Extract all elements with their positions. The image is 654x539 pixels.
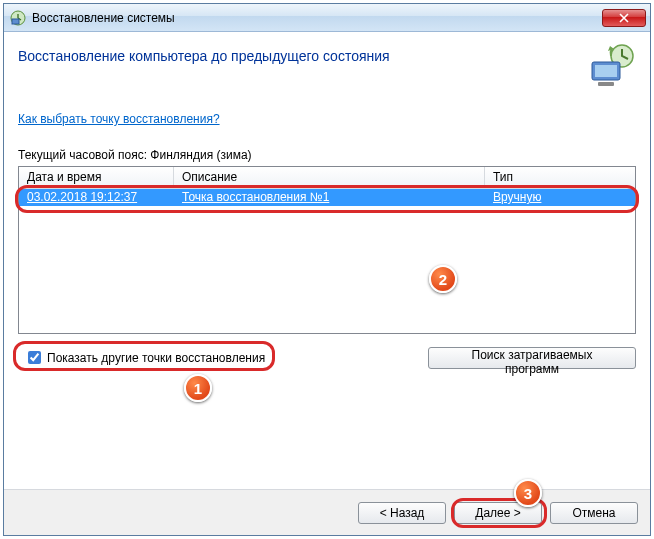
col-header-desc[interactable]: Описание xyxy=(174,167,485,188)
cancel-button[interactable]: Отмена xyxy=(550,502,638,524)
timezone-label: Текущий часовой пояс: Финляндия (зима) xyxy=(18,148,636,162)
help-link-row: Как выбрать точку восстановления? xyxy=(18,112,636,126)
cell-desc: Точка восстановления №1 xyxy=(174,189,485,206)
wizard-footer: < Назад Далее > Отмена xyxy=(4,489,650,535)
options-row: Показать другие точки восстановления Пои… xyxy=(18,344,636,371)
svg-rect-5 xyxy=(595,65,617,77)
table-header: Дата и время Описание Тип xyxy=(19,167,635,189)
table-row[interactable]: 03.02.2018 19:12:37 Точка восстановления… xyxy=(19,189,635,206)
help-link[interactable]: Как выбрать точку восстановления? xyxy=(18,112,220,126)
next-button[interactable]: Далее > xyxy=(454,502,542,524)
app-icon xyxy=(10,10,26,26)
show-more-checkbox-wrap[interactable]: Показать другие точки восстановления xyxy=(18,344,271,371)
close-button[interactable] xyxy=(602,9,646,27)
col-header-date[interactable]: Дата и время xyxy=(19,167,174,188)
titlebar: Восстановление системы xyxy=(4,4,650,32)
svg-rect-1 xyxy=(12,19,19,24)
system-restore-dialog: Восстановление системы Восстановление ко… xyxy=(3,3,651,536)
col-header-type[interactable]: Тип xyxy=(485,167,635,188)
cell-date: 03.02.2018 19:12:37 xyxy=(19,189,174,206)
restore-icon xyxy=(588,42,636,90)
search-affected-programs-button[interactable]: Поиск затрагиваемых программ xyxy=(428,347,636,369)
content-area: Восстановление компьютера до предыдущего… xyxy=(4,32,650,383)
back-button[interactable]: < Назад xyxy=(358,502,446,524)
restore-points-table[interactable]: Дата и время Описание Тип 03.02.2018 19:… xyxy=(18,166,636,334)
restore-points-table-wrap: Дата и время Описание Тип 03.02.2018 19:… xyxy=(18,166,636,334)
cell-type: Вручную xyxy=(485,189,635,206)
svg-rect-6 xyxy=(598,82,614,86)
show-more-label: Показать другие точки восстановления xyxy=(47,351,265,365)
show-more-checkbox[interactable] xyxy=(28,351,41,364)
page-heading: Восстановление компьютера до предыдущего… xyxy=(18,48,390,64)
header-row: Восстановление компьютера до предыдущего… xyxy=(18,42,636,90)
window-title: Восстановление системы xyxy=(32,11,602,25)
